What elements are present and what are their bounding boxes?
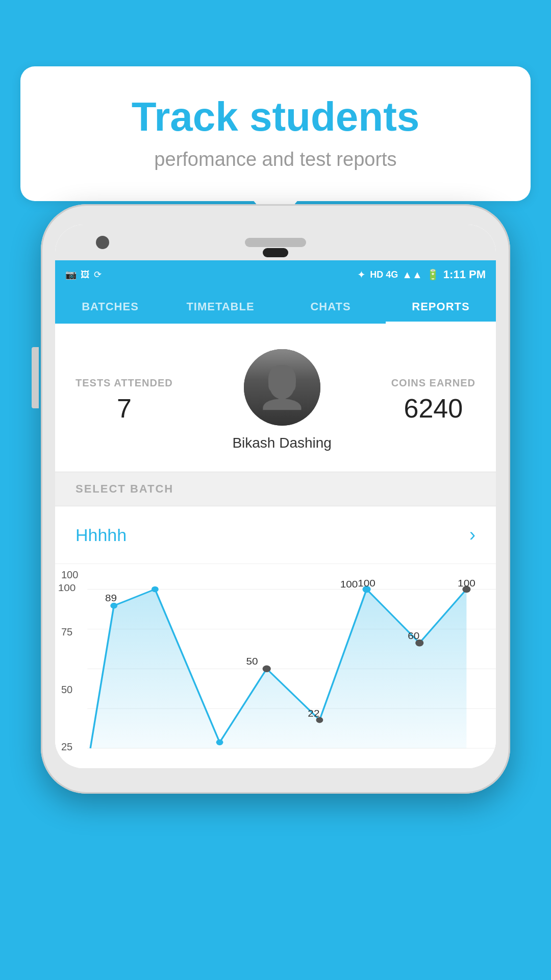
batch-name: Hhhhh — [76, 525, 127, 545]
front-camera — [96, 236, 109, 249]
tab-reports[interactable]: REPORTS — [386, 289, 496, 324]
tests-attended-value: 7 — [76, 393, 173, 424]
signal-icon: ▲▲ — [402, 269, 422, 281]
avatar — [244, 349, 320, 426]
svg-point-5 — [110, 603, 117, 609]
svg-point-7 — [216, 740, 223, 746]
coins-earned-value: 6240 — [391, 393, 475, 424]
profile-section: TESTS ATTENDED 7 Bikash Dashing COINS EA… — [55, 324, 496, 472]
speaker — [245, 238, 306, 247]
chart-section: 100 75 50 25 — [55, 564, 496, 768]
batch-row[interactable]: Hhhhh › — [55, 506, 496, 564]
status-time: 1:11 PM — [443, 268, 486, 281]
phone-body: 📷 🖼 ⟳ ✦ HD 4G ▲▲ 🔋 1:11 PM BATCHES TIMET… — [41, 204, 510, 794]
tab-chats[interactable]: CHATS — [276, 289, 386, 324]
phone-mockup: 📷 🖼 ⟳ ✦ HD 4G ▲▲ 🔋 1:11 PM BATCHES TIMET… — [41, 204, 510, 794]
y-label-25: 25 — [61, 741, 78, 753]
phone-top-bar — [55, 225, 496, 260]
status-icons-right: ✦ HD 4G ▲▲ 🔋 1:11 PM — [357, 268, 486, 281]
screen-content: TESTS ATTENDED 7 Bikash Dashing COINS EA… — [55, 324, 496, 768]
notification-icon: 📷 — [65, 269, 77, 280]
select-batch-label: SELECT BATCH — [76, 482, 475, 496]
status-icons-left: 📷 🖼 ⟳ — [65, 269, 102, 280]
chart-svg: 89 100 50 22 100 60 100 100 — [55, 579, 496, 768]
fingerprint-sensor — [263, 248, 288, 257]
bluetooth-icon: ✦ — [357, 268, 366, 281]
svg-text:100: 100 — [458, 579, 475, 588]
y-label-75: 75 — [61, 626, 78, 638]
sync-icon: ⟳ — [94, 269, 102, 280]
tests-attended-block: TESTS ATTENDED 7 — [76, 377, 173, 424]
coins-earned-label: COINS EARNED — [391, 377, 475, 389]
svg-point-6 — [152, 586, 159, 593]
svg-text:60: 60 — [408, 631, 419, 641]
tab-timetable[interactable]: TIMETABLE — [165, 289, 276, 324]
svg-text:100: 100 — [358, 579, 375, 588]
svg-text:22: 22 — [308, 708, 319, 718]
y-label-50: 50 — [61, 684, 78, 696]
battery-icon: 🔋 — [427, 268, 439, 281]
tooltip-title: Track students — [51, 94, 500, 139]
svg-text:100: 100 — [340, 579, 358, 589]
phone-screen: 📷 🖼 ⟳ ✦ HD 4G ▲▲ 🔋 1:11 PM BATCHES TIMET… — [55, 225, 496, 768]
tab-bar: BATCHES TIMETABLE CHATS REPORTS — [55, 289, 496, 324]
svg-text:89: 89 — [105, 593, 117, 603]
avatar-block: Bikash Dashing — [173, 349, 391, 451]
status-bar: 📷 🖼 ⟳ ✦ HD 4G ▲▲ 🔋 1:11 PM — [55, 260, 496, 289]
image-icon: 🖼 — [81, 270, 90, 280]
tooltip-card: Track students perfomance and test repor… — [20, 66, 531, 201]
tooltip-subtitle: perfomance and test reports — [51, 149, 500, 170]
select-batch-divider: SELECT BATCH — [55, 472, 496, 506]
svg-point-8 — [263, 665, 271, 672]
avatar-name: Bikash Dashing — [173, 435, 391, 451]
hd-4g-label: HD 4G — [370, 270, 398, 280]
y-label-100: 100 — [61, 569, 78, 581]
chart-y-labels: 100 75 50 25 — [61, 564, 78, 768]
coins-earned-block: COINS EARNED 6240 — [391, 377, 475, 424]
chevron-right-icon: › — [469, 524, 475, 546]
svg-text:50: 50 — [246, 657, 258, 667]
tests-attended-label: TESTS ATTENDED — [76, 377, 173, 389]
tab-batches[interactable]: BATCHES — [55, 289, 165, 324]
avatar-face — [244, 349, 320, 426]
